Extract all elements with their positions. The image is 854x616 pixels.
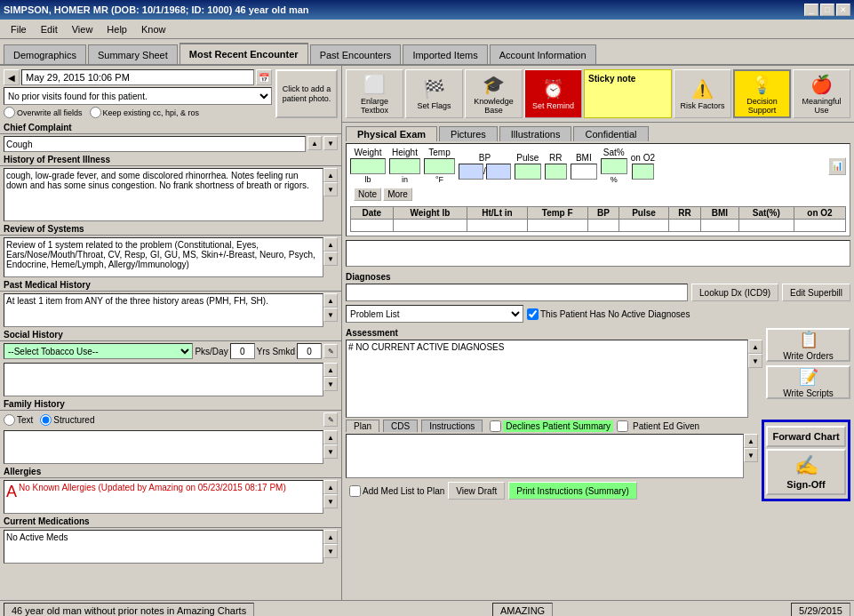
on-o2-input[interactable] — [632, 164, 654, 180]
temp-input[interactable] — [424, 158, 455, 174]
print-instructions-button[interactable]: Print Instructions (Summary) — [508, 482, 637, 500]
family-history-textarea[interactable] — [4, 430, 323, 464]
no-active-dx-checkbox[interactable]: This Patient Has No Active Diagnoses — [527, 308, 690, 320]
social-history-edit[interactable]: ✎ — [323, 344, 338, 358]
calendar-back-button[interactable]: ◀ — [4, 69, 20, 85]
meds-scroll-up[interactable]: ▲ — [323, 530, 338, 544]
assessment-scroll-down[interactable]: ▼ — [748, 354, 762, 368]
tab-cds[interactable]: CDS — [383, 420, 418, 432]
family-history-edit[interactable]: ✎ — [323, 412, 338, 427]
lookup-dx-button[interactable]: Lookup Dx (ICD9) — [691, 284, 778, 301]
menu-edit[interactable]: Edit — [34, 22, 65, 36]
sat-input[interactable] — [601, 158, 627, 174]
chief-complaint-input[interactable] — [4, 136, 306, 152]
enlarge-textbox-button[interactable]: ⬜ Enlarge Textbox — [346, 69, 403, 118]
yrs-smkd-input[interactable] — [297, 343, 322, 359]
tobacco-select[interactable]: --Select Tobacco Use-- — [4, 343, 193, 359]
menu-help[interactable]: Help — [100, 22, 134, 36]
set-remind-button[interactable]: ⏰ Set Remind — [524, 69, 582, 118]
tab-imported-items[interactable]: Imported Items — [403, 44, 487, 64]
radio-overwrite[interactable]: Overwrite all fields — [4, 107, 83, 118]
write-scripts-button[interactable]: 📝 Write Scripts — [766, 365, 850, 399]
allergies-scroll-down[interactable]: ▼ — [323, 494, 338, 508]
pmh-scroll-up[interactable]: ▲ — [323, 293, 338, 308]
radio-keep[interactable]: Keep existing cc, hpi, & ros — [90, 107, 200, 118]
meds-scroll-down[interactable]: ▼ — [323, 544, 338, 558]
menu-file[interactable]: File — [4, 22, 34, 36]
social-scroll-down[interactable]: ▼ — [323, 377, 338, 391]
tab-summary-sheet[interactable]: Summary Sheet — [88, 44, 178, 64]
set-flags-button[interactable]: 🏁 Set Flags — [405, 69, 463, 118]
write-orders-button[interactable]: 📋 Write Orders — [766, 328, 850, 362]
add-med-list-checkbox[interactable]: Add Med List to Plan — [349, 485, 444, 497]
pks-day-input[interactable] — [230, 343, 255, 359]
social-scroll-up[interactable]: ▲ — [323, 363, 338, 377]
hpi-scroll-down[interactable]: ▼ — [323, 182, 338, 196]
height-input[interactable] — [389, 158, 420, 174]
tab-physical-exam[interactable]: Physical Exam — [346, 126, 437, 141]
edit-superbill-button[interactable]: Edit Superbill — [782, 284, 850, 301]
note-button[interactable]: Note — [354, 188, 381, 201]
maximize-button[interactable]: □ — [820, 4, 834, 16]
more-button[interactable]: More — [383, 188, 412, 201]
tab-past-encounters[interactable]: Past Encounters — [310, 44, 402, 64]
tab-most-recent-encounter[interactable]: Most Recent Encounter — [180, 43, 308, 64]
hpi-scroll-up[interactable]: ▲ — [323, 168, 338, 182]
chief-complaint-scroll-up[interactable]: ▲ — [307, 136, 322, 150]
plan-scroll-down[interactable]: ▼ — [744, 448, 758, 462]
vitals-col-date: Date — [351, 207, 394, 220]
tab-illustrations[interactable]: Illustrations — [499, 126, 572, 141]
bp-systolic-input[interactable] — [459, 164, 483, 180]
family-scroll-down[interactable]: ▼ — [323, 444, 338, 459]
social-history-textarea[interactable] — [4, 363, 323, 396]
rr-input[interactable] — [545, 164, 567, 180]
assessment-textarea[interactable]: # NO CURRENT ACTIVE DIAGNOSES — [346, 340, 748, 418]
weight-input[interactable] — [350, 158, 386, 174]
hpi-textarea[interactable]: cough, low-grade fever, and some discolo… — [4, 168, 323, 221]
sign-off-button[interactable]: ✍️ Sign-Off — [766, 449, 846, 495]
tab-demographics[interactable]: Demographics — [4, 44, 86, 64]
visit-dropdown[interactable]: No prior visits found for this patient. — [4, 87, 272, 105]
pmh-scroll-down[interactable]: ▼ — [323, 308, 338, 322]
allergies-scroll-up[interactable]: ▲ — [323, 480, 338, 494]
chief-complaint-scroll-down[interactable]: ▼ — [323, 136, 338, 150]
patient-ed-given-checkbox[interactable]: Patient Ed Given — [617, 420, 702, 432]
sticky-note-area[interactable]: Sticky note — [584, 69, 672, 118]
calendar-icon[interactable]: 📅 — [256, 69, 272, 85]
plan-textarea[interactable] — [346, 434, 744, 478]
tab-pictures[interactable]: Pictures — [439, 126, 498, 141]
view-draft-button[interactable]: View Draft — [448, 482, 505, 500]
photo-button[interactable]: Click to add a patient photo. — [275, 69, 338, 118]
tab-instructions[interactable]: Instructions — [421, 420, 483, 432]
tab-confidential[interactable]: Confidential — [573, 126, 648, 141]
plan-scroll-up[interactable]: ▲ — [744, 434, 758, 448]
pmh-textarea[interactable]: At least 1 item from ANY of the three hi… — [4, 293, 323, 327]
current-meds-textarea[interactable]: No Active Meds — [4, 530, 323, 564]
meaningful-use-button[interactable]: 🍎 Meaningful Use — [793, 69, 850, 118]
ros-scroll-down[interactable]: ▼ — [323, 252, 338, 266]
tab-plan[interactable]: Plan — [346, 420, 379, 432]
assessment-scroll-up[interactable]: ▲ — [748, 340, 762, 354]
vitals-graph-button[interactable]: 📊 — [828, 157, 846, 175]
family-scroll-up[interactable]: ▲ — [323, 430, 338, 444]
close-button[interactable]: ✕ — [836, 4, 850, 16]
menu-know[interactable]: Know — [134, 22, 173, 36]
family-structured-radio[interactable]: Structured — [40, 414, 94, 426]
bp-diastolic-input[interactable] — [486, 164, 511, 180]
bmi-input[interactable] — [571, 164, 597, 180]
family-text-radio[interactable]: Text — [4, 414, 33, 426]
pulse-input[interactable] — [515, 164, 541, 180]
exam-textarea[interactable] — [346, 240, 850, 267]
ros-textarea[interactable]: Review of 1 system related to the proble… — [4, 237, 323, 277]
declines-patient-summary-checkbox[interactable]: Declines Patient Summary — [490, 420, 613, 432]
risk-factors-button[interactable]: ⚠️ Risk Factors — [674, 69, 731, 118]
menu-view[interactable]: View — [65, 22, 100, 36]
diagnoses-input[interactable] — [346, 284, 688, 301]
minimize-button[interactable]: _ — [804, 4, 818, 16]
problem-list-select[interactable]: Problem List — [346, 305, 523, 323]
forward-chart-button[interactable]: Forward Chart — [766, 426, 846, 447]
tab-account-information[interactable]: Account Information — [490, 44, 596, 64]
decision-support-button[interactable]: 💡 Decision Support — [733, 69, 791, 118]
ros-scroll-up[interactable]: ▲ — [323, 237, 338, 252]
knowledge-base-button[interactable]: 🎓 Knowledge Base — [465, 69, 523, 118]
